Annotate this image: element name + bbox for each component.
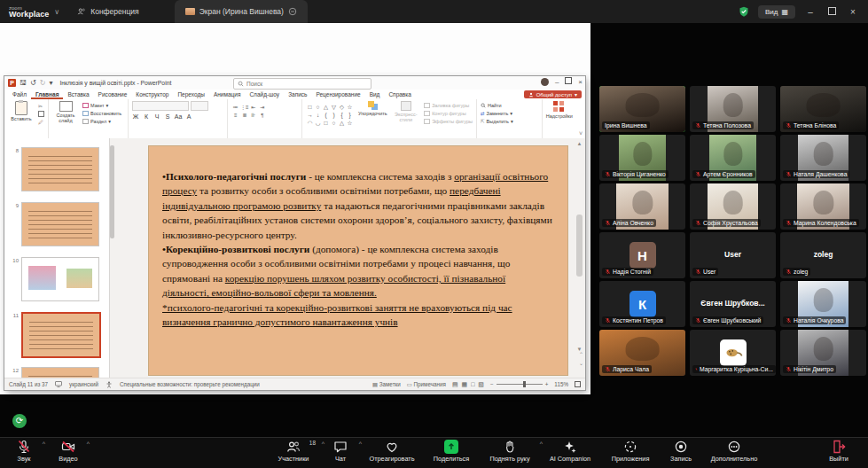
ppt-close-button[interactable]: × xyxy=(578,78,583,86)
account-avatar[interactable] xyxy=(541,78,549,86)
apps-button[interactable]: Приложения xyxy=(606,440,654,463)
quick-styles-button[interactable]: Экспресс-стили xyxy=(392,101,421,122)
ribbon-tab[interactable]: Переходы xyxy=(173,90,209,99)
participants-chevron[interactable]: ^ xyxy=(322,441,325,447)
more-button[interactable]: Дополнительно xyxy=(708,440,761,463)
ribbon-tab[interactable]: Запись xyxy=(284,90,311,99)
find-button[interactable]: Найти xyxy=(481,103,513,108)
participant-tile[interactable]: Артем Єронников xyxy=(690,135,776,181)
font-style-button[interactable]: Аа xyxy=(175,113,183,120)
participant-tile[interactable]: Наталія Очкурова xyxy=(780,281,866,327)
ppt-minimize-button[interactable]: – xyxy=(555,78,559,86)
shape-fill-button[interactable]: Заливка фигуры xyxy=(424,103,473,108)
font-size-box[interactable] xyxy=(191,101,208,111)
raise-hand-button[interactable]: ^ Поднять руку xyxy=(486,440,534,463)
reactions-button[interactable]: Отреагировать xyxy=(367,440,417,463)
audio-options-chevron[interactable]: ^ xyxy=(43,441,45,447)
save-icon[interactable]: 🖫 xyxy=(20,79,27,87)
zoom-slider-knob[interactable] xyxy=(523,381,526,387)
close-button[interactable]: × xyxy=(847,7,859,17)
language-indicator[interactable]: украинский xyxy=(69,381,98,387)
font-style-button[interactable]: Ч xyxy=(153,113,161,120)
participant-tile[interactable]: Софія Хрустальова xyxy=(690,183,776,230)
ribbon-tab[interactable]: Анимация xyxy=(209,90,246,99)
chat-button[interactable]: ^ Чат xyxy=(325,440,356,463)
search-box[interactable]: Поиск xyxy=(233,78,371,90)
font-name-box[interactable] xyxy=(132,101,189,111)
reset-button[interactable]: Восстановить xyxy=(82,111,121,116)
participant-tile[interactable]: Аліна Овченко xyxy=(599,183,685,230)
audio-button[interactable]: ^ Звук xyxy=(9,440,39,463)
share-screen-button[interactable]: Поделиться xyxy=(428,440,474,463)
security-shield-icon[interactable] xyxy=(739,6,749,17)
section-button[interactable]: Раздел ▾ xyxy=(82,119,121,124)
format-painter-icon[interactable]: 🖉 xyxy=(38,120,44,125)
quick-access-dropdown-icon[interactable]: ▾ xyxy=(49,79,52,87)
participant-tile[interactable]: User User xyxy=(690,232,776,278)
participant-tile[interactable]: Н Надія Стогній xyxy=(599,232,685,278)
participant-tile[interactable]: Лариса Чала xyxy=(599,330,685,376)
raise-hand-chevron[interactable]: ^ xyxy=(540,441,543,447)
participant-tile[interactable]: Тетяна Полозова xyxy=(690,86,776,132)
ai-companion-button[interactable]: AI Companion xyxy=(545,440,595,463)
video-button[interactable]: ^ Видео xyxy=(53,440,83,463)
new-slide-button[interactable]: Создать слайд xyxy=(52,101,79,123)
leave-meeting-button[interactable]: Выйти xyxy=(824,440,854,463)
shapes-gallery[interactable]: □○△▽◇☆ →↓(){} ◠◡□○△☆ xyxy=(306,101,354,127)
participant-tile[interactable]: Вікторія Циганенко xyxy=(599,135,685,181)
layout-button[interactable]: Макет ▾ xyxy=(82,103,121,108)
ribbon-tab[interactable]: Файл xyxy=(8,90,31,99)
cut-icon[interactable]: ✂ xyxy=(38,103,44,109)
participant-tile[interactable]: Маргаритка Куріцьна-Си... xyxy=(690,330,776,376)
participant-tile[interactable]: Євген Шрубков... Євген Шрубковський xyxy=(690,281,776,327)
paste-button[interactable]: Вставить xyxy=(8,101,35,121)
shape-outline-button[interactable]: Контур фигуры xyxy=(424,111,473,116)
participant-tile[interactable]: Тетяна Блінова xyxy=(780,86,866,132)
addins-button[interactable]: Надстройки xyxy=(546,101,573,119)
zoom-slider[interactable]: −+ xyxy=(490,381,548,387)
participant-tile[interactable]: Наталя Дашенкова xyxy=(780,135,866,181)
minimize-button[interactable]: – xyxy=(804,7,817,17)
ribbon-tab[interactable]: Вид xyxy=(365,90,385,99)
slide[interactable]: •Психолого-педагогічні послуги - це комп… xyxy=(149,146,567,375)
copy-icon[interactable] xyxy=(38,111,44,118)
display-settings-icon[interactable] xyxy=(55,381,62,387)
font-style-button[interactable]: S xyxy=(164,113,172,120)
collapse-ribbon-icon[interactable]: ˅ xyxy=(579,130,583,136)
slide-nav-buttons[interactable]: ⌃⌄ xyxy=(579,351,583,366)
participant-tile[interactable]: Ірина Вишнева xyxy=(599,86,685,132)
font-style-button[interactable]: К xyxy=(143,113,151,120)
scrollbar-thumb[interactable] xyxy=(576,214,583,277)
select-button[interactable]: ⇱Выделить ▾ xyxy=(481,119,513,124)
participants-button[interactable]: 18 ^ Участники xyxy=(273,440,314,463)
ribbon-tab[interactable]: Справка xyxy=(384,90,416,99)
slide-thumbnail[interactable]: 10 xyxy=(10,257,99,301)
restore-button[interactable] xyxy=(825,7,838,17)
font-style-button[interactable]: А xyxy=(185,113,193,120)
notes-button[interactable]: ▤ Заметки xyxy=(372,381,401,387)
accessibility-status[interactable]: Специальные возможности: проверьте реком… xyxy=(120,381,260,387)
replace-button[interactable]: ⇄Заменить ▾ xyxy=(481,111,513,116)
share-access-button[interactable]: Общий доступ ▾ xyxy=(524,90,582,98)
tab-screen-share[interactable]: Экран (Ирина Вишнева) xyxy=(175,0,308,23)
arrange-button[interactable]: Упорядочить xyxy=(357,101,388,116)
record-button[interactable]: Запись xyxy=(666,440,696,463)
fit-to-window-icon[interactable] xyxy=(575,381,581,388)
chat-chevron[interactable]: ^ xyxy=(359,441,362,447)
ribbon-tab[interactable]: Рецензирование xyxy=(311,90,364,99)
view-button[interactable]: Вид ▦ xyxy=(758,5,795,19)
zoom-level[interactable]: 115% xyxy=(554,381,568,387)
ribbon-tab[interactable]: Слайд-шоу xyxy=(245,90,284,99)
participant-tile[interactable]: zoleg zoleg xyxy=(780,232,866,278)
undo-icon[interactable]: ↺ xyxy=(30,79,36,87)
paragraph-buttons[interactable]: ≔⋮≡⇤⇥ ≡≣⊪¶ xyxy=(231,101,267,119)
ppt-restore-button[interactable] xyxy=(565,77,572,86)
participant-tile[interactable]: К Костянтин Петров xyxy=(599,281,685,327)
comments-button[interactable]: ▭ Примечания xyxy=(407,381,446,387)
annotation-status-icon[interactable]: ⟳ xyxy=(12,414,27,428)
slide-thumbnail[interactable]: 8 xyxy=(10,147,99,191)
scroll-up-icon[interactable]: ▲ xyxy=(575,140,583,148)
slide-thumbnail[interactable]: 9 xyxy=(10,202,99,246)
ribbon-tab[interactable]: Рисование xyxy=(94,90,132,99)
participant-tile[interactable]: Нікітін Дмитро xyxy=(780,330,866,376)
